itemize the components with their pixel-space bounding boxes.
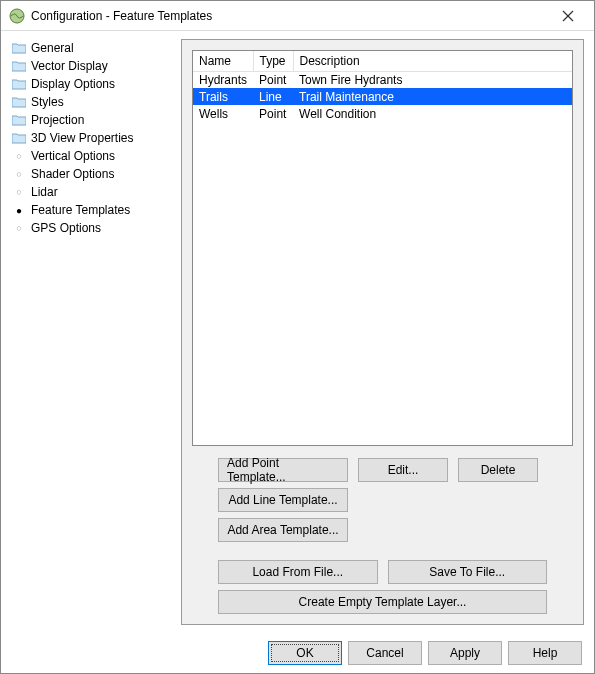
folder-icon: [11, 96, 27, 108]
bullet-icon: ○: [11, 187, 27, 197]
template-buttons: Add Point Template... Edit... Delete Add…: [192, 458, 573, 614]
sidebar-item-label: Styles: [31, 95, 64, 109]
cell-type: Line: [253, 88, 293, 105]
sidebar-item-styles[interactable]: Styles: [9, 93, 173, 111]
add-line-template-button[interactable]: Add Line Template...: [218, 488, 348, 512]
config-window: Configuration - Feature Templates Genera…: [0, 0, 595, 674]
template-table[interactable]: Name Type Description HydrantsPointTown …: [193, 51, 572, 122]
delete-button[interactable]: Delete: [458, 458, 538, 482]
sidebar-item-3d-view-properties[interactable]: 3D View Properties: [9, 129, 173, 147]
sidebar-item-label: Display Options: [31, 77, 115, 91]
template-table-wrap: Name Type Description HydrantsPointTown …: [192, 50, 573, 446]
sidebar-item-vertical-options[interactable]: ○Vertical Options: [9, 147, 173, 165]
table-row[interactable]: TrailsLineTrail Maintenance: [193, 88, 572, 105]
col-header-type[interactable]: Type: [253, 51, 293, 71]
sidebar-item-label: GPS Options: [31, 221, 101, 235]
content-panel: Name Type Description HydrantsPointTown …: [181, 39, 584, 625]
bullet-icon: ○: [11, 151, 27, 161]
cell-name: Hydrants: [193, 71, 253, 88]
folder-icon: [11, 60, 27, 72]
sidebar-item-general[interactable]: General: [9, 39, 173, 57]
sidebar-item-projection[interactable]: Projection: [9, 111, 173, 129]
sidebar-item-feature-templates[interactable]: ●Feature Templates: [9, 201, 173, 219]
cell-description: Well Condition: [293, 105, 572, 122]
sidebar-item-display-options[interactable]: Display Options: [9, 75, 173, 93]
help-button[interactable]: Help: [508, 641, 582, 665]
dialog-body: GeneralVector DisplayDisplay OptionsStyl…: [1, 31, 594, 633]
sidebar-item-label: Lidar: [31, 185, 58, 199]
sidebar-item-label: 3D View Properties: [31, 131, 134, 145]
sidebar-item-label: Shader Options: [31, 167, 114, 181]
folder-icon: [11, 114, 27, 126]
sidebar-item-gps-options[interactable]: ○GPS Options: [9, 219, 173, 237]
sidebar-item-label: Vertical Options: [31, 149, 115, 163]
cell-type: Point: [253, 71, 293, 88]
save-to-file-button[interactable]: Save To File...: [388, 560, 548, 584]
table-row[interactable]: WellsPointWell Condition: [193, 105, 572, 122]
sidebar-item-vector-display[interactable]: Vector Display: [9, 57, 173, 75]
edit-button[interactable]: Edit...: [358, 458, 448, 482]
close-button[interactable]: [548, 3, 588, 29]
bullet-icon: ○: [11, 223, 27, 233]
bullet-icon: ○: [11, 169, 27, 179]
window-title: Configuration - Feature Templates: [31, 9, 548, 23]
bullet-icon: ●: [11, 205, 27, 216]
sidebar-item-label: Feature Templates: [31, 203, 130, 217]
col-header-name[interactable]: Name: [193, 51, 253, 71]
sidebar-item-label: General: [31, 41, 74, 55]
cell-description: Town Fire Hydrants: [293, 71, 572, 88]
titlebar: Configuration - Feature Templates: [1, 1, 594, 31]
col-header-description[interactable]: Description: [293, 51, 572, 71]
cell-description: Trail Maintenance: [293, 88, 572, 105]
ok-button[interactable]: OK: [268, 641, 342, 665]
folder-icon: [11, 42, 27, 54]
dialog-footer: OK Cancel Apply Help: [1, 633, 594, 673]
app-icon: [9, 8, 25, 24]
create-empty-layer-button[interactable]: Create Empty Template Layer...: [218, 590, 547, 614]
add-area-template-button[interactable]: Add Area Template...: [218, 518, 348, 542]
add-point-template-button[interactable]: Add Point Template...: [218, 458, 348, 482]
apply-button[interactable]: Apply: [428, 641, 502, 665]
sidebar-item-label: Vector Display: [31, 59, 108, 73]
folder-icon: [11, 78, 27, 90]
table-row[interactable]: HydrantsPointTown Fire Hydrants: [193, 71, 572, 88]
sidebar-item-shader-options[interactable]: ○Shader Options: [9, 165, 173, 183]
sidebar-item-lidar[interactable]: ○Lidar: [9, 183, 173, 201]
cell-type: Point: [253, 105, 293, 122]
cancel-button[interactable]: Cancel: [348, 641, 422, 665]
sidebar: GeneralVector DisplayDisplay OptionsStyl…: [1, 31, 177, 633]
close-icon: [562, 10, 574, 22]
load-from-file-button[interactable]: Load From File...: [218, 560, 378, 584]
sidebar-item-label: Projection: [31, 113, 84, 127]
folder-icon: [11, 132, 27, 144]
cell-name: Wells: [193, 105, 253, 122]
cell-name: Trails: [193, 88, 253, 105]
